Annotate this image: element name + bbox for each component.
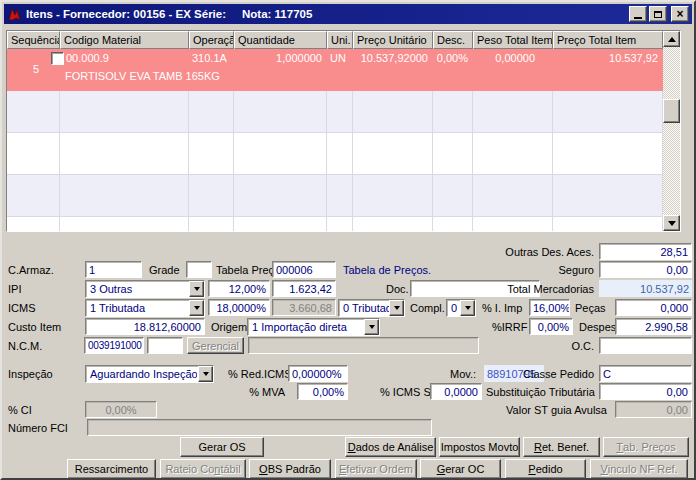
close-button[interactable]: ×	[671, 6, 689, 22]
total-mercadorias-label: Total Mercadorias	[442, 283, 594, 295]
grade-field[interactable]	[186, 261, 212, 278]
vinculo-nf-ref-button: Vinculo NF Ref.	[590, 459, 688, 479]
despesa-field[interactable]: 2.990,58	[615, 318, 692, 335]
col-header-desc: Desc.	[433, 31, 473, 49]
irrf-label: %IRRF	[492, 321, 527, 333]
irrf-field[interactable]: 0,00%	[529, 318, 573, 335]
c-armaz-field[interactable]: 1	[85, 261, 142, 278]
oc-field[interactable]	[599, 337, 692, 354]
i-imp-label: % I. Imp	[482, 302, 522, 314]
scrollbar-thumb[interactable]	[663, 99, 680, 123]
grid-row-selected[interactable]: 00.000.9 310.1A 1,000000 UN 10.537,92000…	[7, 49, 680, 91]
ipi-valor-field[interactable]: 1.623,42	[272, 280, 336, 297]
gerar-os-button[interactable]: Gerar OS	[180, 437, 264, 457]
grid-row-empty[interactable]	[7, 175, 680, 217]
cell-peso-total: 0,00000	[473, 49, 553, 91]
chevron-down-icon[interactable]	[364, 319, 379, 335]
items-window: Itens - Fornecedor: 00156 - EX Série: No…	[0, 0, 696, 480]
ncm-label: N.C.M.	[8, 340, 42, 352]
compl-select[interactable]: 0	[446, 299, 476, 317]
chevron-down-icon[interactable]	[198, 366, 213, 382]
cell-descricao: FORTISOLV EVA TAMB 165KG	[65, 70, 220, 82]
cell-sequencia: 5	[33, 63, 39, 75]
icms-tipo2-value: 0 Tributada	[343, 302, 389, 314]
grid-vertical-scrollbar[interactable]	[663, 31, 680, 231]
ressarcimento-button[interactable]: Ressarcimento	[67, 459, 156, 479]
gerencial-button: Gerencial	[187, 337, 244, 354]
minimize-button[interactable]	[629, 6, 647, 22]
compl-label: Compl.	[410, 302, 445, 314]
cell-quantidade: 1,000000	[234, 49, 327, 91]
pecas-field[interactable]: 0,000	[615, 299, 692, 316]
oc-label: O.C.	[542, 340, 594, 352]
valor-st-avulsa-label: Valor ST guia Avulsa	[462, 404, 607, 416]
titlebar[interactable]: Itens - Fornecedor: 00156 - EX Série: No…	[4, 4, 692, 24]
close-icon: ×	[676, 9, 683, 19]
ipi-pct-field[interactable]: 12,00%	[208, 280, 270, 297]
red-icms-label: % Red.ICMS	[228, 368, 292, 380]
pedido-button[interactable]: Pedido	[505, 459, 586, 479]
ncm-gerencial-field	[248, 337, 479, 354]
arrow-down-icon	[668, 221, 676, 226]
cell-unidade: UN	[327, 49, 353, 91]
icms-tipo-select[interactable]: 1 Tributada	[85, 299, 205, 317]
ipi-tipo-value: 3 Outras	[90, 283, 188, 295]
tabela-preco-desc: Tabela de Preços.	[343, 264, 431, 276]
classe-pedido-label: Classe Pedido	[502, 368, 594, 380]
col-header-quantidade: Quantidade	[234, 31, 327, 49]
scroll-up-button[interactable]	[663, 31, 680, 47]
icms-st-field[interactable]: 0,0000	[430, 383, 482, 400]
classe-pedido-field[interactable]: C	[599, 365, 692, 382]
maximize-button[interactable]	[649, 6, 667, 22]
tab-precos-button: Tab. Preços	[603, 437, 689, 457]
col-header-uni: Uni.	[327, 31, 353, 49]
ipi-tipo-select[interactable]: 3 Outras	[85, 280, 205, 298]
chevron-down-icon[interactable]	[189, 300, 204, 316]
chevron-down-icon[interactable]	[389, 300, 404, 316]
icms-label: ICMS	[8, 302, 36, 314]
seguro-field[interactable]: 0,00	[599, 261, 692, 278]
row-checkbox[interactable]	[51, 52, 64, 65]
efetivar-ordem-button: Efetivar Ordem	[335, 459, 417, 479]
ncm-field[interactable]: 0039191000	[84, 337, 144, 354]
dados-de-analise-button[interactable]: Dados de Análise	[345, 437, 436, 457]
mva-label: % MVA	[228, 386, 285, 398]
impostos-movto-button[interactable]: Impostos Movto	[439, 437, 520, 457]
grid-row-empty[interactable]	[7, 91, 680, 133]
gerar-oc-button[interactable]: Gerar OC	[420, 459, 501, 479]
minimize-icon	[634, 17, 642, 19]
col-header-peso-total-item: Peso Total Item	[473, 31, 553, 49]
col-header-sequencia: Sequência	[7, 31, 60, 49]
cell-preco-unitario: 10.537,92000	[353, 49, 433, 91]
grade-label: Grade	[149, 264, 180, 276]
mov-label: Mov.:	[450, 368, 476, 380]
scroll-down-button[interactable]	[663, 215, 680, 231]
total-mercadorias-field: 10.537,92	[599, 280, 692, 297]
obs-padrao-button[interactable]: OBS Padrão	[249, 459, 331, 479]
grid-header: Sequência Codigo Material Operação Quant…	[7, 31, 680, 49]
ret-benef-button[interactable]: Ret. Benef.	[523, 437, 600, 457]
red-icms-field[interactable]: 0,00000%	[288, 365, 348, 382]
col-header-preco-unitario: Preço Unitário	[353, 31, 433, 49]
chevron-down-icon[interactable]	[460, 300, 475, 316]
ncm-field-2[interactable]	[147, 337, 183, 354]
app-icon	[7, 7, 22, 22]
grid-row-empty[interactable]	[7, 217, 680, 231]
inspecao-select[interactable]: Aguardando Inspeção	[85, 365, 214, 383]
i-imp-field[interactable]: 16,00%	[529, 299, 570, 316]
ci-field: 0,00%	[85, 401, 157, 418]
custo-item-field[interactable]: 18.812,60000	[85, 318, 205, 335]
grid-row-empty[interactable]	[7, 133, 680, 175]
subst-tributaria-field[interactable]: 0,00	[599, 383, 692, 400]
tabela-preco-field[interactable]: 000006	[272, 261, 336, 278]
outras-des-aces-field[interactable]: 28,51	[599, 243, 692, 260]
compl-value: 0	[451, 302, 459, 314]
pecas-label: Peças	[575, 302, 606, 314]
icms-tipo2-select[interactable]: 0 Tributada	[338, 299, 405, 317]
icms-pct-field[interactable]: 18,0000%	[208, 299, 270, 316]
origem-select[interactable]: 1 Importação direta	[247, 318, 380, 336]
col-header-preco-total-item: Preço Total Item	[553, 31, 663, 49]
mva-field[interactable]: 0,00%	[297, 383, 348, 400]
cell-preco-total: 10.537,92	[553, 49, 663, 91]
chevron-down-icon[interactable]	[189, 281, 204, 297]
